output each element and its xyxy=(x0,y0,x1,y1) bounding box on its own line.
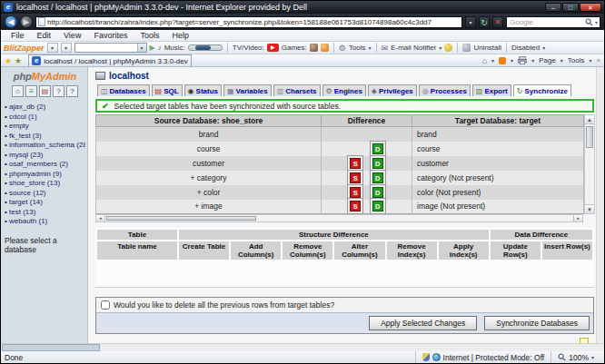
scroll-left-icon[interactable]: ◂ xyxy=(96,215,105,221)
forward-button[interactable]: ▶ xyxy=(20,15,33,28)
games-icon[interactable] xyxy=(310,44,318,52)
zoom-dropdown-icon[interactable]: ▾ xyxy=(591,354,594,360)
page-vertical-scrollbar[interactable] xyxy=(596,67,604,343)
scrollbar-thumb[interactable] xyxy=(586,126,593,148)
stop-button[interactable]: ✕ xyxy=(492,16,503,28)
target-table-name[interactable]: brand xyxy=(412,127,584,142)
pma-home-icon[interactable]: ⌂ xyxy=(12,85,24,97)
scroll-right-icon[interactable]: ▸ xyxy=(573,215,582,221)
database-link[interactable]: information_schema (28) xyxy=(9,141,85,149)
scrollbar-thumb[interactable] xyxy=(106,216,256,221)
pma-logout-icon[interactable]: ≡ xyxy=(25,85,37,97)
home-icon[interactable]: ⌂ xyxy=(482,56,487,65)
address-dropdown[interactable]: ▾ xyxy=(465,16,476,28)
delete-rows-checkbox[interactable] xyxy=(101,300,110,310)
database-link[interactable]: mysql (23) xyxy=(9,151,43,159)
structure-diff-button[interactable]: S xyxy=(350,201,361,212)
combo-dropdown-icon[interactable]: ▾ xyxy=(137,44,146,52)
youtube-icon[interactable]: ▶ xyxy=(267,44,279,52)
frame-horizontal-scrollbar[interactable] xyxy=(2,344,100,351)
database-link[interactable]: shoe_store (13) xyxy=(9,179,60,187)
pma-docs-icon[interactable]: ? xyxy=(53,85,64,97)
database-link[interactable]: empty xyxy=(9,122,29,130)
chevron-down-icon[interactable]: ▾ xyxy=(590,57,592,64)
source-table-name[interactable]: course xyxy=(96,142,322,156)
target-table-name[interactable]: course xyxy=(412,142,584,156)
addon-dropdown[interactable]: ▾ xyxy=(47,43,58,53)
source-table-name[interactable]: + category xyxy=(96,171,322,185)
pma-query-window-icon[interactable]: ▤ xyxy=(39,85,51,97)
pma-tab[interactable]: ↻ Synchronize xyxy=(513,84,571,96)
target-table-name[interactable]: category (Not present) xyxy=(412,171,584,185)
chevron-down-icon[interactable]: ▾ xyxy=(531,57,534,64)
pma-help-icon[interactable]: ? xyxy=(66,85,78,97)
email-notifier-menu[interactable]: E-mail Notifier xyxy=(391,44,436,52)
play-icon[interactable]: ▶ xyxy=(150,44,155,52)
database-link[interactable]: cdcol (1) xyxy=(9,113,37,121)
database-link[interactable]: source (12) xyxy=(9,189,45,197)
minimize-button[interactable]: – xyxy=(545,3,561,12)
menu-item[interactable]: Help xyxy=(165,31,195,40)
pma-logo[interactable]: phpMyAdmin xyxy=(5,71,85,82)
data-diff-button[interactable]: D xyxy=(372,201,383,212)
synchronize-databases-button[interactable]: Synchronize Databases xyxy=(484,316,590,330)
menu-item[interactable]: File xyxy=(5,31,31,40)
address-field[interactable]: http://localhost/branch/zahra/index.php?… xyxy=(35,16,462,28)
database-link[interactable]: phpmyadmin (9) xyxy=(9,170,62,178)
pma-tab[interactable]: ◎ Processes xyxy=(419,84,471,96)
disabled-menu[interactable]: Disabled xyxy=(511,44,540,52)
menu-item[interactable]: Tools xyxy=(134,31,165,40)
browser-tab[interactable]: e localhost / localhost | phpMyAdmin 3.3… xyxy=(28,54,192,66)
refresh-button[interactable]: ↻ xyxy=(479,16,490,28)
data-diff-button[interactable]: D xyxy=(372,158,383,169)
pma-tab[interactable]: ▧ Export xyxy=(472,84,511,96)
close-button[interactable]: ✕ xyxy=(580,3,601,12)
search-icon[interactable] xyxy=(585,18,593,26)
source-table-name[interactable]: + image xyxy=(96,200,322,214)
target-table-name[interactable]: color (Not present) xyxy=(412,185,584,200)
addon-tools-menu[interactable]: Tools xyxy=(349,44,366,52)
data-diff-button[interactable]: D xyxy=(372,172,383,183)
maximize-button[interactable]: □ xyxy=(562,3,579,12)
back-button[interactable]: ◀ xyxy=(5,15,17,28)
rss-feed-icon[interactable] xyxy=(499,57,506,64)
zoom-segment[interactable]: 100% ▾ xyxy=(550,351,600,363)
page-menu[interactable]: Page xyxy=(539,56,556,64)
database-link[interactable]: osaf_members (2) xyxy=(9,160,68,168)
chevron-down-icon[interactable]: ▾ xyxy=(560,57,563,64)
pma-tab[interactable]: ▦ Variables xyxy=(223,84,272,96)
security-zone-segment[interactable]: Internet | Protected Mode: Off xyxy=(415,351,551,363)
structure-diff-button[interactable]: S xyxy=(350,158,361,169)
pma-tab[interactable]: ◈ Privileges xyxy=(368,84,417,96)
data-diff-button[interactable]: D xyxy=(372,143,383,154)
source-table-name[interactable]: customer xyxy=(96,156,322,171)
sync-horizontal-scrollbar[interactable]: ◂ ▸ xyxy=(95,214,583,222)
addon-search-dropdown[interactable]: ▾ xyxy=(61,43,72,53)
chevron-down-icon[interactable]: ▾ xyxy=(491,57,494,64)
pma-tab[interactable]: ⚙ Engines xyxy=(322,84,366,96)
chevron-down-icon[interactable]: ▾ xyxy=(511,57,513,64)
print-icon[interactable] xyxy=(518,56,527,64)
tools-menu[interactable]: Tools xyxy=(568,56,585,64)
source-table-name[interactable]: + color xyxy=(96,185,322,200)
structure-diff-button[interactable]: S xyxy=(350,187,361,198)
source-table-name[interactable]: brand xyxy=(96,127,322,142)
tv-video-label[interactable]: TV/Video: xyxy=(233,44,264,52)
search-box[interactable]: Google ▾ xyxy=(506,16,600,28)
volume-thumb[interactable] xyxy=(195,45,211,50)
menu-item[interactable]: Edit xyxy=(31,31,58,40)
database-link[interactable]: fk_test (3) xyxy=(9,132,42,140)
favorites-star-icon[interactable]: ★ xyxy=(5,56,12,65)
database-link[interactable]: webauth (1) xyxy=(9,217,47,225)
uninstall-button[interactable]: Uninstall xyxy=(473,44,501,52)
scroll-down-icon[interactable]: ▼ xyxy=(585,204,594,213)
games-label[interactable]: Games: xyxy=(282,44,307,52)
pma-tab[interactable]: ◫ Databases xyxy=(97,84,150,96)
overflow-chevron-icon[interactable]: » xyxy=(597,56,600,64)
database-link[interactable]: target (14) xyxy=(9,198,43,206)
pma-tab[interactable]: ◉ Status xyxy=(184,84,222,96)
data-diff-button[interactable]: D xyxy=(372,187,383,198)
search-dropdown-icon[interactable]: ▾ xyxy=(593,19,600,25)
menu-item[interactable]: Favorites xyxy=(87,31,134,40)
addon-combo-box[interactable]: ▾ xyxy=(74,43,147,53)
